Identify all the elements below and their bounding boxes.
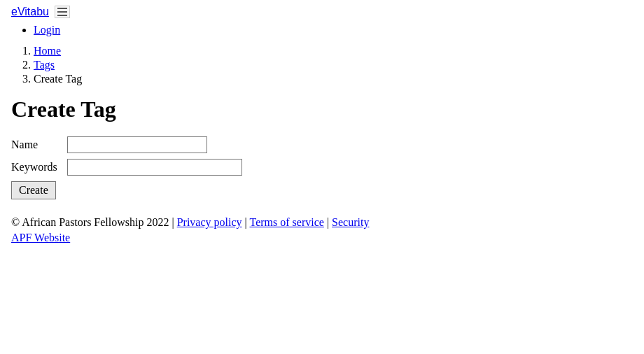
name-row: Name — [11, 136, 633, 153]
breadcrumb-item-create-tag: Create Tag — [34, 73, 633, 85]
toggle-bar-2 — [57, 11, 67, 13]
keywords-input[interactable] — [67, 159, 242, 176]
toggle-bar-3 — [57, 15, 67, 16]
page-title: Create Tag — [11, 97, 633, 122]
breadcrumb-home-link[interactable]: Home — [34, 45, 61, 57]
navbar-toggle-button[interactable] — [55, 6, 70, 18]
navbar: eVitabu — [11, 6, 633, 18]
security-link[interactable]: Security — [332, 216, 369, 228]
breadcrumb-tags-link[interactable]: Tags — [34, 59, 55, 71]
privacy-policy-link[interactable]: Privacy policy — [177, 216, 242, 228]
footer-separator-2: | — [327, 216, 332, 228]
create-button[interactable]: Create — [11, 181, 56, 199]
create-tag-form: Name Keywords Create — [11, 136, 633, 199]
nav-list: Login — [11, 24, 633, 36]
breadcrumb-current: Create Tag — [34, 73, 82, 85]
nav-item-login: Login — [34, 24, 633, 36]
name-label: Name — [11, 139, 67, 151]
keywords-row: Keywords — [11, 159, 633, 176]
breadcrumb-item-tags: Tags — [34, 59, 633, 71]
apf-website-link[interactable]: APF Website — [11, 232, 70, 243]
footer-links: © African Pastors Fellowship 2022 | Priv… — [11, 216, 633, 229]
footer-copyright: © African Pastors Fellowship 2022 | — [11, 216, 174, 228]
terms-of-service-link[interactable]: Terms of service — [249, 216, 323, 228]
name-input[interactable] — [67, 136, 207, 153]
breadcrumb: Home Tags Create Tag — [11, 45, 633, 85]
keywords-label: Keywords — [11, 161, 67, 174]
login-link[interactable]: Login — [34, 24, 60, 36]
breadcrumb-item-home: Home — [34, 45, 633, 57]
footer: © African Pastors Fellowship 2022 | Priv… — [11, 216, 633, 244]
footer-bottom: APF Website — [11, 232, 633, 244]
brand-link[interactable]: eVitabu — [11, 6, 49, 18]
toggle-bar-1 — [57, 8, 67, 9]
